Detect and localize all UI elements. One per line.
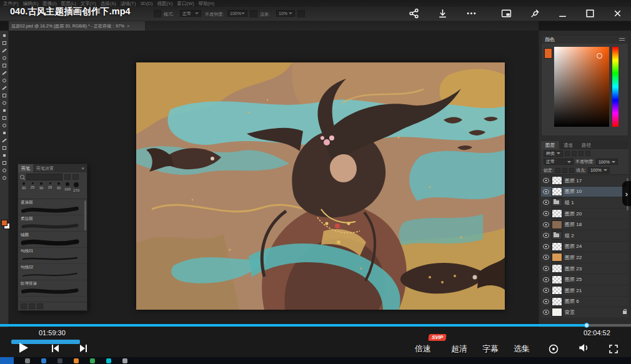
- brush-scrollbar[interactable]: [84, 200, 86, 230]
- subtitles-button[interactable]: 字幕: [482, 343, 499, 355]
- layer-fill-value[interactable]: 100%: [588, 167, 610, 174]
- filter-adjustment-icon[interactable]: [572, 151, 577, 156]
- brush-preset-item[interactable]: 勾线02: [18, 264, 87, 280]
- brush-new-icon[interactable]: [72, 174, 79, 180]
- layer-row[interactable]: 图层 25: [541, 274, 629, 285]
- foreground-color-chip[interactable]: [544, 48, 552, 59]
- layer-row[interactable]: 图层 18: [541, 219, 629, 230]
- lock-transparency-icon[interactable]: [555, 168, 560, 173]
- episodes-button[interactable]: 选集: [514, 343, 530, 355]
- lock-position-icon[interactable]: [562, 168, 567, 173]
- volume-button[interactable]: [577, 342, 590, 354]
- visibility-eye-icon[interactable]: [543, 266, 549, 271]
- flow-dropdown[interactable]: 10%: [276, 10, 295, 17]
- share-button[interactable]: [407, 7, 420, 19]
- brush-tip[interactable]: 30: [20, 182, 27, 190]
- brush-tab[interactable]: 画笔: [18, 164, 33, 172]
- mode-dropdown[interactable]: 正常: [180, 10, 201, 17]
- close-button[interactable]: [611, 7, 624, 19]
- tab-layers[interactable]: 图层: [541, 141, 559, 149]
- layer-row[interactable]: 图层 23: [541, 263, 629, 275]
- dodge-tool-icon[interactable]: [1, 130, 7, 135]
- layer-name[interactable]: 图层 24: [565, 243, 582, 250]
- group-folder-icon[interactable]: [552, 231, 562, 240]
- brush-tip[interactable]: 100: [64, 182, 71, 191]
- pin-button[interactable]: [529, 7, 541, 19]
- layer-name[interactable]: 图层 22: [565, 254, 582, 261]
- taskbar-icon[interactable]: [74, 358, 79, 363]
- previous-episode-button[interactable]: [49, 342, 61, 355]
- taskbar-icon[interactable]: [57, 358, 62, 363]
- clone-stamp-tool-icon[interactable]: [1, 93, 7, 98]
- path-select-tool-icon[interactable]: [1, 153, 7, 158]
- layer-kind-dropdown[interactable]: 种类: [544, 150, 563, 157]
- group-folder-icon[interactable]: [552, 198, 562, 207]
- brush-preset-item[interactable]: 铺颜: [18, 232, 87, 248]
- type-tool-icon[interactable]: [1, 145, 7, 150]
- quality-button[interactable]: 超清: [451, 343, 467, 355]
- layer-name[interactable]: 图层 23: [565, 265, 582, 272]
- pressure-opacity-icon[interactable]: [250, 10, 257, 17]
- document-tab[interactable]: 屈原02.psd @ 16.2% (图层 30, RGB/8) * - 正在存储…: [9, 21, 145, 31]
- layer-thumbnail[interactable]: [552, 264, 562, 273]
- brush-options-icon[interactable]: [21, 303, 27, 309]
- healing-tool-icon[interactable]: [1, 78, 7, 83]
- taskbar-icon[interactable]: [25, 358, 30, 363]
- eraser-tool-icon[interactable]: [1, 108, 7, 113]
- layer-row[interactable]: 图层 10: [541, 187, 629, 198]
- filter-type-icon[interactable]: [579, 151, 584, 156]
- move-tool-icon[interactable]: [1, 33, 7, 38]
- speed-button[interactable]: 倍速: [415, 343, 431, 355]
- pen-tool-icon[interactable]: [1, 138, 7, 143]
- new-brush-icon[interactable]: [29, 303, 35, 309]
- layer-row[interactable]: 图层 17: [541, 175, 629, 187]
- taskbar-icon[interactable]: [122, 358, 127, 363]
- filter-pixel-icon[interactable]: [565, 151, 570, 156]
- opacity-dropdown[interactable]: 100%: [227, 10, 247, 17]
- brush-tool-icon[interactable]: [1, 86, 7, 91]
- layer-opacity-value[interactable]: 100%: [596, 159, 618, 165]
- filter-shape-icon[interactable]: [585, 151, 590, 156]
- maximize-button[interactable]: [584, 7, 596, 19]
- menu-window[interactable]: 窗口(W): [177, 1, 194, 7]
- visibility-eye-icon[interactable]: [543, 299, 549, 304]
- play-button[interactable]: [15, 340, 31, 356]
- layer-row[interactable]: 图层 22: [541, 252, 629, 263]
- delete-brush-icon[interactable]: [37, 303, 43, 309]
- mini-player-button[interactable]: [500, 7, 512, 19]
- progress-bar[interactable]: [0, 324, 631, 327]
- airbrush-icon[interactable]: [297, 10, 305, 17]
- visibility-eye-icon[interactable]: [543, 211, 549, 216]
- layer-thumbnail[interactable]: [552, 253, 562, 262]
- visibility-eye-icon[interactable]: [543, 222, 549, 227]
- layer-name[interactable]: 组 1: [565, 199, 574, 206]
- menu-help[interactable]: 帮助(H): [199, 1, 214, 7]
- layer-thumbnail[interactable]: [552, 286, 562, 295]
- layer-thumbnail[interactable]: [552, 209, 562, 218]
- taskbar-icon[interactable]: [90, 358, 95, 363]
- layer-row[interactable]: 图层 21: [541, 285, 629, 297]
- hue-strip[interactable]: [612, 47, 619, 127]
- brush-preset-item[interactable]: 勾线01: [18, 248, 87, 264]
- hand-tool-icon[interactable]: [1, 168, 7, 173]
- playlist-drawer-toggle[interactable]: ›: [622, 181, 631, 206]
- quick-select-tool-icon[interactable]: [1, 56, 7, 61]
- tab-channels[interactable]: 通道: [559, 141, 577, 149]
- close-document-icon[interactable]: ×: [127, 23, 130, 29]
- fullscreen-button[interactable]: [607, 343, 620, 355]
- foreground-color-swatch[interactable]: [1, 220, 7, 226]
- visibility-eye-icon[interactable]: [543, 233, 549, 238]
- layer-name[interactable]: 图层 18: [565, 221, 582, 228]
- saturation-brightness-picker[interactable]: [554, 47, 609, 127]
- menu-view[interactable]: 视图(V): [157, 1, 172, 7]
- brush-preset-item[interactable]: 纹理厚涂: [18, 280, 87, 297]
- layer-name[interactable]: 背景: [565, 309, 575, 316]
- menu-3d[interactable]: 3D(D): [140, 1, 152, 6]
- brush-search-input[interactable]: [26, 174, 62, 180]
- visibility-eye-icon[interactable]: [543, 255, 549, 260]
- download-button[interactable]: [436, 7, 449, 19]
- visibility-eye-icon[interactable]: [543, 178, 549, 183]
- layer-name[interactable]: 图层 20: [565, 210, 582, 217]
- brush-tip[interactable]: 25: [46, 182, 54, 189]
- eyedropper-tool-icon[interactable]: [1, 71, 7, 76]
